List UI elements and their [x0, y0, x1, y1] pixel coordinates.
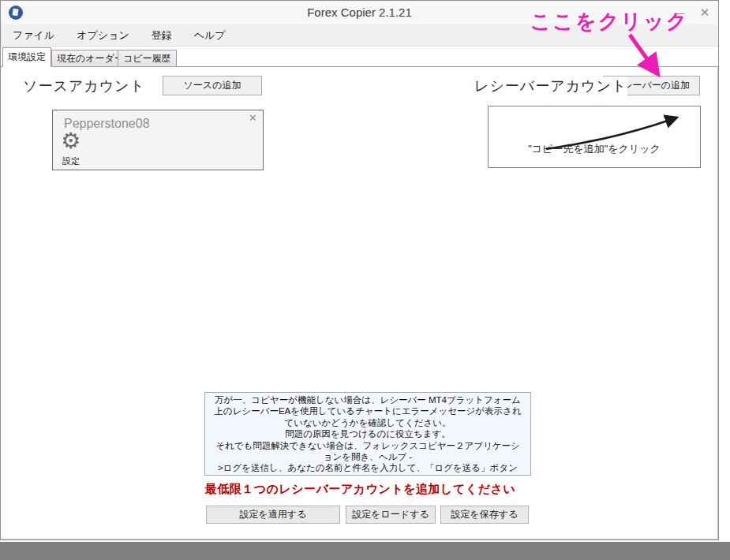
settings-label: 設定	[62, 155, 80, 167]
source-account-card: Pepperstone08 ✕ ⚙ 設定	[52, 110, 264, 170]
close-button[interactable]: ✕	[694, 4, 715, 21]
desktop-background	[0, 542, 730, 560]
app-window: Forex Copier 2.1.21 — ✕ ファイル オプション 登録 ヘル…	[0, 0, 719, 540]
gear-icon[interactable]: ⚙	[61, 129, 80, 153]
source-accounts-heading: ソースアカウント	[23, 77, 145, 95]
tabstrip: 環境設定 現在のオーダー コピー履歴	[1, 47, 718, 67]
receiver-placeholder-hint: "コピー先を追加"をクリック	[489, 142, 700, 156]
add-source-button[interactable]: ソースの追加	[163, 76, 262, 95]
receiver-accounts-heading: レシーバーアカウント	[474, 77, 627, 95]
info-line: それでも問題解決できない場合は、フォレックスコピヤー２アプリケーシ	[205, 440, 530, 451]
info-line: 万が一、コピヤーが機能しない場合は、レシーバー MT4プラットフォーム	[205, 394, 530, 405]
menu-help[interactable]: ヘルプ	[183, 24, 237, 46]
click-here-annotation: ここをクリック	[530, 8, 688, 35]
remove-account-icon[interactable]: ✕	[249, 112, 257, 124]
info-line: ョンを開き、ヘルプ -	[205, 451, 530, 462]
menu-register[interactable]: 登録	[140, 24, 183, 46]
load-settings-button[interactable]: 設定をロードする	[346, 506, 436, 524]
save-settings-button[interactable]: 設定を保存する	[440, 506, 529, 524]
screen: Forex Copier 2.1.21 — ✕ ファイル オプション 登録 ヘル…	[0, 0, 730, 560]
info-line: ていないかどうかを確認してください。	[205, 417, 530, 428]
info-line: 問題の原因を見つけるのに役立ちます。	[205, 428, 530, 439]
apply-settings-button[interactable]: 設定を適用する	[206, 506, 340, 524]
tab-copy-history[interactable]: コピー履歴	[118, 50, 177, 67]
receiver-placeholder-box: "コピー先を追加"をクリック	[488, 106, 701, 168]
info-line: 上のレシーバーEAを使用しているチャートにエラーメッセージが表示され	[205, 405, 530, 416]
menu-file[interactable]: ファイル	[1, 24, 66, 46]
tab-settings[interactable]: 環境設定	[2, 47, 51, 67]
info-line: >ログを送信し、あなたの名前と件名を入力して、「ログを送る」ボタン	[205, 462, 530, 473]
menu-options[interactable]: オプション	[66, 24, 140, 46]
warning-text: 最低限１つのレシーバーアカウントを追加してください	[1, 482, 720, 497]
troubleshooting-info-box: 万が一、コピヤーが機能しない場合は、レシーバー MT4プラットフォーム 上のレシ…	[204, 392, 531, 476]
